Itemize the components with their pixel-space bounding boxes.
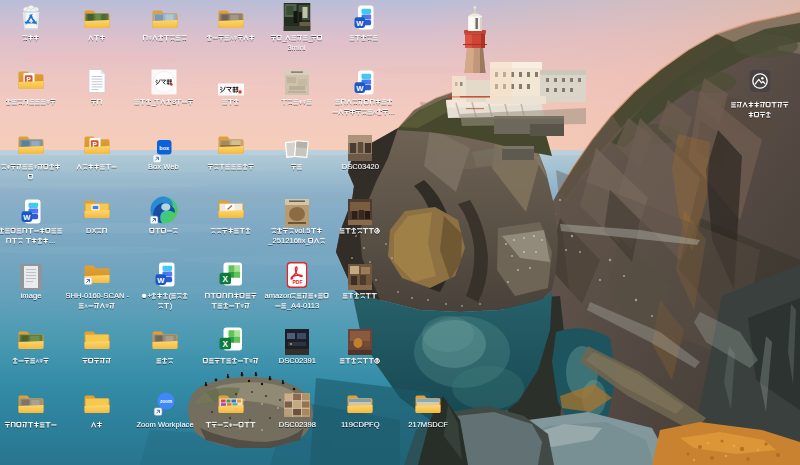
svg-text:119CDPFQ: 119CDPFQ (341, 421, 380, 429)
svg-text:217MSDCF: 217MSDCF (408, 421, 448, 429)
svg-text:vol.5: vol.5 (295, 227, 311, 235)
svg-text:+: + (147, 292, 152, 300)
svg-text:amazon: amazon (265, 292, 292, 300)
svg-text:): ) (170, 301, 173, 310)
svg-text:3mini: 3mini (287, 43, 305, 52)
svg-text:Box Web: Box Web (148, 163, 179, 171)
svg-text:zoom: zoom (160, 399, 172, 404)
svg-text:...: ... (389, 107, 395, 116)
svg-text:_251216fix_: _251216fix_ (267, 236, 310, 245)
svg-text:DSC02391: DSC02391 (279, 357, 316, 365)
svg-text:box: box (159, 145, 170, 151)
svg-text:image: image (21, 292, 42, 300)
svg-text:(: ( (169, 292, 172, 300)
svg-text:DX: DX (86, 227, 97, 235)
svg-text:DSC02398: DSC02398 (279, 421, 316, 429)
svg-text:8: 8 (172, 98, 176, 106)
svg-text:DSC03420: DSC03420 (342, 163, 379, 171)
